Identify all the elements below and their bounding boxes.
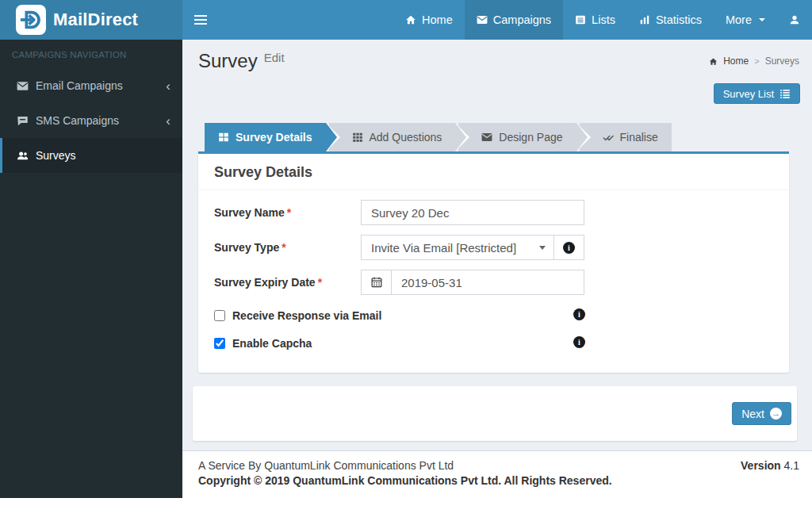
check-double-icon [603,132,614,143]
th-icon [352,132,363,143]
wizard: Survey Details Add Questions Design Page… [205,123,789,151]
breadcrumb: Home > Surveys [709,51,799,67]
main-content: Survey Edit Home > Surveys Survey List [182,40,812,498]
footer: A Service By QuantumLink Communications … [182,450,812,498]
sidebar-item-sms-campaigns[interactable]: SMS Campaigns ‹ [0,103,182,138]
caret-down-icon [759,18,765,21]
survey-type-select[interactable]: Invite Via Email [Restricted] [361,235,554,260]
expiry-date-row: Survey Expiry Date* [214,270,773,295]
nav-user-button[interactable] [777,0,812,40]
footer-left: A Service By QuantumLink Communications … [198,459,612,498]
nav-item-lists[interactable]: Lists [563,0,627,40]
receive-response-label: Receive Response via Email [232,309,381,322]
home-icon [405,14,416,25]
nav-item-campaigns[interactable]: Campaigns [465,0,563,40]
sidebar: CAMPAIGNS NAVIGATION Email Campaigns ‹ S… [0,40,182,498]
wizard-step-add-questions[interactable]: Add Questions [329,123,456,151]
th-large-icon [218,132,229,143]
brand-logo-icon [16,5,46,35]
envelope-icon [477,14,488,25]
survey-list-button[interactable]: Survey List [714,83,800,104]
footer-service-line: A Service By QuantumLink Communications … [198,459,612,472]
page-title: Survey [198,51,258,71]
breadcrumb-home-link[interactable]: Home [723,56,749,67]
required-asterisk: * [318,276,322,289]
footer-copyright-line: Copyright © 2019 QuantumLink Communicati… [198,474,612,487]
arrow-circle-right-icon: → [770,408,782,419]
comment-icon [17,115,29,127]
hamburger-icon [194,15,207,17]
content-area: Survey Edit Home > Surveys Survey List [182,40,812,450]
footer-version-value: 4.1 [784,459,799,472]
wizard-step-design-page[interactable]: Design Page [458,123,576,151]
envelope-icon [481,132,492,143]
survey-type-info-addon[interactable]: i [554,235,584,260]
app-screen: MailDirect Home Campaigns Lists [0,0,812,521]
d-arrow-icon [19,8,43,32]
calendar-icon [370,276,383,289]
bar-chart-icon [639,14,650,25]
brand-name: MailDirect [53,10,138,30]
receive-response-checkbox[interactable] [214,310,225,321]
sidebar-header: CAMPAIGNS NAVIGATION [0,40,182,68]
content-header: Survey Edit Home > Surveys [182,40,812,76]
next-button[interactable]: Next → [732,402,791,425]
nav-item-statistics[interactable]: Statistics [627,0,714,40]
survey-details-panel: Survey Details Survey Name* Survey Type* [198,151,789,373]
survey-name-row: Survey Name* [214,200,773,225]
survey-type-row: Survey Type* Invite Via Email [Restricte… [214,235,773,260]
breadcrumb-current: Surveys [765,56,799,67]
capcha-label: Enable Capcha [232,337,312,350]
select-caret-icon [539,246,546,250]
survey-type-label: Survey Type* [214,241,361,254]
info-icon[interactable]: i [573,336,585,348]
expiry-date-label: Survey Expiry Date* [214,276,361,289]
capcha-checkbox[interactable] [214,338,225,349]
sidebar-item-surveys[interactable]: Surveys [0,138,182,173]
wizard-step-survey-details[interactable]: Survey Details [205,123,326,151]
action-bar: Next → [193,386,797,441]
enable-capcha-row: Enable Capcha i [214,332,773,354]
list-alt-icon [575,14,586,25]
footer-version-label: Version [741,459,781,472]
brand-logo[interactable]: MailDirect [0,0,182,40]
envelope-icon [17,80,29,92]
box-body: Survey Name* Survey Type* Invite Via Ema… [198,190,789,373]
survey-name-label: Survey Name* [214,206,361,219]
info-icon: i [563,242,575,254]
nav-item-home[interactable]: Home [393,0,465,40]
toolbar-row: Survey List [182,83,800,104]
page-subtitle: Edit [264,51,285,64]
home-icon [709,57,718,66]
required-asterisk: * [287,206,291,219]
users-icon [17,150,29,162]
footer-version: Version 4.1 [741,459,799,498]
expiry-date-input[interactable] [391,270,584,295]
main-header: MailDirect Home Campaigns Lists [0,0,812,40]
box-title: Survey Details [198,154,789,190]
menu-toggle-button[interactable] [182,0,219,40]
top-nav-items: Home Campaigns Lists Statistics More [393,0,812,40]
list-icon [779,88,791,99]
info-icon[interactable]: i [573,308,585,320]
sidebar-item-email-campaigns[interactable]: Email Campaigns ‹ [0,68,182,103]
chevron-left-icon: ‹ [166,114,170,128]
receive-response-row: Receive Response via Email i [214,305,773,326]
page-wrapper: CAMPAIGNS NAVIGATION Email Campaigns ‹ S… [0,40,812,498]
nav-item-more[interactable]: More [714,0,777,40]
top-navbar: Home Campaigns Lists Statistics More [182,0,812,40]
survey-name-input[interactable] [361,200,584,225]
user-icon [789,14,800,25]
wizard-step-finalise[interactable]: Finalise [580,123,672,151]
calendar-addon [361,270,391,295]
breadcrumb-separator: > [754,56,759,66]
required-asterisk: * [282,241,285,254]
chevron-left-icon: ‹ [166,79,170,93]
